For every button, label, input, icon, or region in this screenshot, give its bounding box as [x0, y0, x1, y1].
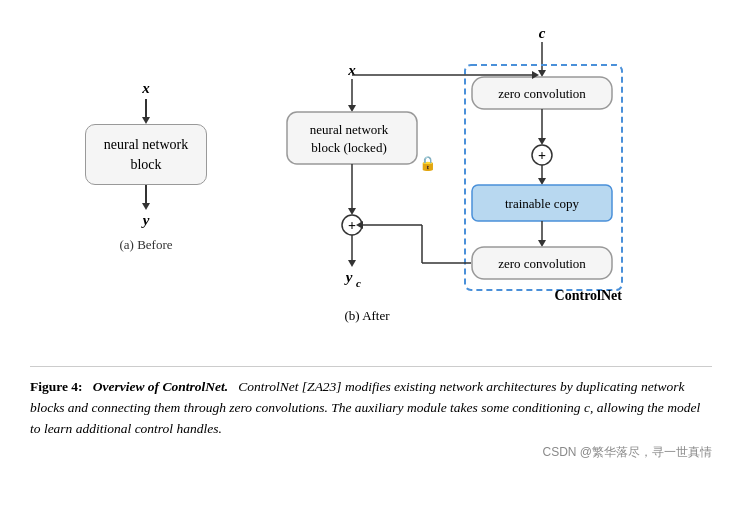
figure-number: Figure 4: — [30, 379, 83, 394]
right-caption: (b) After — [345, 308, 391, 323]
arrow-head — [348, 105, 356, 112]
c-label: c — [539, 25, 546, 41]
arrow-line — [145, 99, 147, 117]
controlnet-label: ControlNet — [555, 288, 623, 303]
arrow-head — [142, 203, 150, 210]
diagram-area: x neural networkblock y (a) Before c zer… — [30, 20, 712, 344]
left-caption: (a) Before — [119, 237, 172, 253]
figure-caption: Figure 4: Overview of ControlNet. Contro… — [30, 366, 712, 440]
left-x-label: x — [142, 80, 150, 97]
figure-title: Overview of ControlNet. — [93, 379, 228, 394]
arrow-head — [538, 178, 546, 185]
arrow-head — [348, 208, 356, 215]
c-arrow-head — [538, 70, 546, 77]
plus-sign-left: + — [348, 218, 356, 233]
left-diagram: x neural networkblock y (a) Before — [85, 20, 207, 253]
zero-conv-top-label: zero convolution — [498, 86, 586, 101]
arrow-line — [145, 185, 147, 203]
locked-nn-text2: block (locked) — [311, 140, 386, 155]
locked-nn-block — [287, 112, 417, 164]
plus-sign-right: + — [538, 148, 546, 163]
arrow-head — [348, 260, 356, 267]
left-y-label: y — [143, 212, 150, 229]
trainable-copy-label: trainable copy — [505, 196, 579, 211]
left-nn-block: neural networkblock — [85, 124, 207, 185]
watermark: CSDN @繁华落尽，寻一世真情 — [30, 444, 712, 461]
arrow-head — [538, 240, 546, 247]
right-diagram: c zero convolution + trainable copy — [267, 20, 657, 344]
right-diagram-svg: c zero convolution + trainable copy — [267, 20, 657, 340]
zero-conv-bottom-label: zero convolution — [498, 256, 586, 271]
arrow-head — [538, 138, 546, 145]
lock-icon: 🔒 — [419, 155, 437, 172]
yc-sub: c — [356, 277, 361, 289]
yc-label: y — [344, 269, 353, 285]
locked-nn-text1: neural network — [310, 122, 389, 137]
arrow-head — [142, 117, 150, 124]
